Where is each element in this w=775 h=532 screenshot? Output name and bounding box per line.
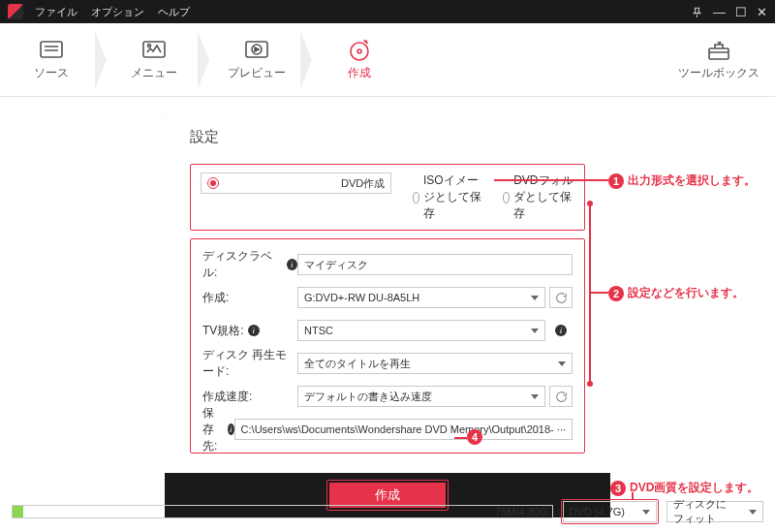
info-icon[interactable]: i — [228, 423, 234, 435]
radio-dvd[interactable]: DVD作成 — [201, 172, 391, 194]
close-icon[interactable]: ✕ — [757, 5, 767, 19]
capacity-bar: 75M/4.30G — [12, 505, 553, 518]
menu-file[interactable]: ファイル — [35, 5, 78, 19]
callout-4: 4 — [467, 429, 482, 445]
select-value: ディスクにフィット — [673, 497, 731, 526]
callout-line — [632, 492, 634, 500]
step-source[interactable]: ソース — [16, 31, 87, 89]
toolbox-label: ツールボックス — [678, 65, 760, 81]
callout-line — [589, 292, 608, 294]
step-menu[interactable]: メニュー — [118, 31, 190, 89]
app-logo-icon — [8, 4, 23, 19]
toolbox-button[interactable]: ツールボックス — [678, 39, 760, 81]
callout-2: 2設定などを行います。 — [608, 285, 744, 301]
menu-icon — [140, 38, 169, 61]
speed-lbl: 作成速度: — [202, 389, 297, 405]
playmode-lbl: ディスク 再生モード: — [202, 347, 297, 380]
step-nav: ソース メニュー プレビュー 作成 ツールボックス — [0, 23, 775, 97]
callout-line — [589, 203, 591, 384]
bottom-bar: 75M/4.30G DVD (4.7G) ディスクにフィット — [0, 499, 775, 524]
radio-label: DVD作成 — [341, 176, 385, 191]
capacity-fill — [13, 506, 23, 517]
info-icon[interactable]: i — [248, 325, 260, 336]
title-bar: ファイル オプション ヘルプ — ☐ ✕ — [0, 0, 775, 23]
step-label: プレビュー — [228, 65, 286, 81]
step-label: ソース — [34, 65, 69, 81]
radio-iso[interactable]: ISOイメージとして保存 — [413, 172, 481, 222]
pin-icon[interactable] — [691, 6, 703, 18]
svg-point-6 — [357, 49, 361, 53]
refresh-button[interactable] — [549, 287, 573, 308]
toolbox-icon — [704, 39, 733, 65]
chevron-down-icon — [531, 329, 539, 333]
info-icon[interactable]: i — [287, 259, 297, 270]
select-value: NTSC — [304, 325, 333, 336]
callout-1: 1出力形式を選択します。 — [608, 172, 756, 189]
tv-lbl: TV規格:i — [202, 323, 297, 339]
svg-point-5 — [351, 43, 368, 60]
select-value: 全てのタイトルを再生 — [304, 357, 411, 371]
dvd-size-select[interactable]: DVD (4.7G) — [563, 501, 657, 522]
menu-help[interactable]: ヘルプ — [158, 5, 190, 19]
step-label: メニュー — [131, 65, 177, 81]
select-value: G:DVD+-RW DU-8A5LH — [304, 292, 419, 303]
svg-rect-0 — [41, 42, 62, 57]
capacity-text: 75M/4.30G — [495, 506, 547, 517]
maximize-icon[interactable]: ☐ — [735, 5, 747, 19]
callout-line — [454, 437, 467, 439]
source-icon — [37, 38, 66, 61]
callout-dot — [587, 381, 593, 387]
menu-options[interactable]: オプション — [91, 5, 144, 19]
settings-fields: ディスクラベル:i 作成: G:DVD+-RW DU-8A5LH TV規格:i … — [190, 238, 585, 454]
saveto-path[interactable]: C:\Users\ws\Documents\Wondershare DVD Me… — [234, 419, 573, 440]
minimize-icon[interactable]: — — [713, 5, 726, 19]
chevron-down-icon — [531, 296, 539, 300]
callout-dot — [587, 201, 593, 206]
disc-burn-icon — [345, 38, 374, 61]
fit-select[interactable]: ディスクにフィット — [666, 501, 763, 522]
select-value: デフォルトの書き込み速度 — [304, 390, 432, 404]
step-create[interactable]: 作成 — [324, 31, 395, 89]
radio-label: ISOイメージとして保存 — [423, 172, 482, 222]
preview-icon — [242, 38, 271, 61]
panel-title: 設定 — [190, 128, 585, 146]
chevron-down-icon — [642, 510, 650, 515]
arrow-icon — [95, 31, 107, 89]
content-area: 設定 DVD作成 ISOイメージとして保存 DVDフォルダとして保存 ディスクラ… — [0, 97, 775, 517]
chevron-down-icon — [558, 361, 566, 366]
tv-standard-select[interactable]: NTSC — [297, 320, 545, 341]
svg-point-2 — [148, 45, 151, 47]
create-lbl: 作成: — [202, 290, 297, 306]
playmode-select[interactable]: 全てのタイトルを再生 — [297, 353, 573, 374]
select-value: C:\Users\ws\Documents\Wondershare DVD Me… — [241, 423, 566, 435]
arrow-icon — [300, 31, 312, 89]
chevron-down-icon — [531, 394, 539, 399]
chevron-down-icon — [749, 510, 757, 515]
info-icon[interactable]: i — [555, 325, 567, 336]
saveto-lbl: 保存先:i — [202, 405, 234, 454]
step-label: 作成 — [348, 65, 371, 81]
step-preview[interactable]: プレビュー — [221, 31, 293, 89]
arrow-icon — [198, 31, 209, 89]
svg-rect-7 — [709, 48, 728, 59]
select-value: DVD (4.7G) — [570, 506, 625, 517]
disc-label-input[interactable] — [297, 254, 573, 275]
settings-panel: 設定 DVD作成 ISOイメージとして保存 DVDフォルダとして保存 ディスクラ… — [165, 112, 610, 465]
speed-select[interactable]: デフォルトの書き込み速度 — [297, 386, 545, 407]
output-format-row: DVD作成 ISOイメージとして保存 DVDフォルダとして保存 — [190, 164, 585, 231]
refresh-button[interactable] — [549, 386, 573, 407]
callout-line — [494, 179, 608, 181]
disc-label-lbl: ディスクラベル:i — [202, 248, 297, 281]
burner-select[interactable]: G:DVD+-RW DU-8A5LH — [297, 287, 545, 308]
